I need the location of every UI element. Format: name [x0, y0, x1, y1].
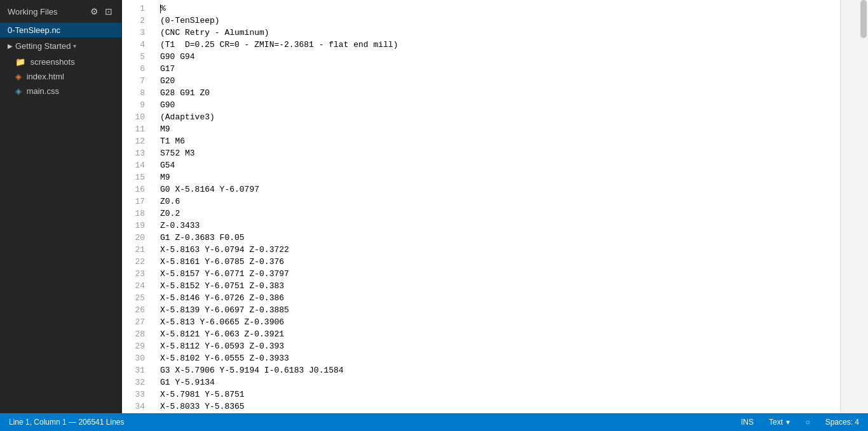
line-number-31: 31 — [122, 364, 150, 376]
line-number-24: 24 — [122, 280, 150, 292]
code-line-7: G20 — [160, 75, 868, 87]
line-number-17: 17 — [122, 196, 150, 208]
sidebar: Working Files ⚙ ⊡ 0-TenSleep.nc ▶ Gettin… — [0, 0, 122, 431]
line-number-13: 13 — [122, 147, 150, 159]
scrollbar-thumb[interactable] — [860, 0, 867, 38]
sidebar-item-screenshots[interactable]: 📁 screenshots — [0, 55, 121, 69]
code-line-5: G90 G94 — [160, 51, 868, 63]
status-bar-left: Line 1, Column 1 — 206541 Lines — [6, 418, 127, 427]
code-line-25: X-5.8152 Y-6.0751 Z-0.383 — [160, 280, 868, 292]
section-chevron-icon: ▾ — [73, 43, 76, 50]
line-number-7: 7 — [122, 75, 150, 87]
code-line-13: T1 M6 — [160, 135, 868, 147]
code-line-8: G28 G91 Z0 — [160, 87, 868, 99]
code-line-28: X-5.813 Y-6.0665 Z-0.3906 — [160, 316, 868, 328]
line-number-33: 33 — [122, 388, 150, 401]
line-number-25: 25 — [122, 292, 150, 304]
line-number-4: 4 — [122, 39, 150, 51]
code-content[interactable]: %(0-TenSleep)(CNC Retry - Aluminum)(T1 D… — [150, 0, 868, 413]
line-number-9: 9 — [122, 99, 150, 111]
code-line-30: X-5.8112 Y-6.0593 Z-0.393 — [160, 340, 868, 352]
code-line-1: % — [160, 3, 868, 15]
line-number-28: 28 — [122, 328, 150, 340]
line-number-34: 34 — [122, 401, 150, 413]
code-line-21: G1 Z-0.3683 F0.05 — [160, 232, 868, 244]
sidebar-title: Working Files — [8, 7, 58, 17]
code-line-17: G0 X-5.8164 Y-6.0797 — [160, 183, 868, 196]
code-line-12: M9 — [160, 123, 868, 135]
line-numbers: 1234567891011121314151617181920212223242… — [122, 0, 150, 413]
line-number-27: 27 — [122, 316, 150, 328]
line-number-22: 22 — [122, 256, 150, 268]
line-number-19: 19 — [122, 220, 150, 232]
status-spaces[interactable]: Spaces: 4 — [823, 418, 862, 427]
code-line-22: X-5.8163 Y-6.0794 Z-0.3722 — [160, 244, 868, 256]
line-number-26: 26 — [122, 304, 150, 316]
split-editor-icon[interactable]: ⊡ — [104, 6, 114, 17]
line-number-1: 1 — [122, 3, 150, 15]
line-number-5: 5 — [122, 51, 150, 63]
code-line-31: X-5.8102 Y-6.0555 Z-0.3933 — [160, 352, 868, 364]
line-number-11: 11 — [122, 123, 150, 135]
code-line-9: G90 — [160, 99, 868, 111]
editor-area: 1234567891011121314151617181920212223242… — [122, 0, 868, 413]
line-number-18: 18 — [122, 208, 150, 220]
code-line-34: X-5.7981 Y-5.8751 — [160, 388, 868, 401]
section-getting-started[interactable]: ▶ Getting Started ▾ — [0, 37, 121, 55]
code-line-35: X-5.8033 Y-5.8365 — [160, 401, 868, 413]
code-line-32: G3 X-5.7906 Y-5.9194 I-0.6183 J0.1584 — [160, 364, 868, 376]
code-line-33: G1 Y-5.9134 — [160, 376, 868, 388]
code-line-15: G54 — [160, 159, 868, 171]
line-number-15: 15 — [122, 171, 150, 183]
file-item-active[interactable]: 0-TenSleep.nc — [0, 23, 121, 37]
line-number-30: 30 — [122, 352, 150, 364]
code-line-16: M9 — [160, 171, 868, 183]
status-position[interactable]: Line 1, Column 1 — 206541 Lines — [6, 418, 127, 427]
line-number-21: 21 — [122, 244, 150, 256]
status-ins[interactable]: INS — [738, 418, 756, 427]
code-line-18: Z0.6 — [160, 196, 868, 208]
line-number-3: 3 — [122, 27, 150, 39]
line-number-12: 12 — [122, 135, 150, 147]
status-bar-right: INS Text ▾ ○ Spaces: 4 — [738, 418, 862, 427]
folder-icon: 📁 — [15, 57, 25, 67]
scrollbar-track[interactable] — [859, 0, 868, 413]
status-bar: Line 1, Column 1 — 206541 Lines INS Text… — [0, 413, 868, 431]
status-circle-icon[interactable]: ○ — [803, 418, 812, 427]
line-number-10: 10 — [122, 111, 150, 123]
file-icon: ◈ — [15, 72, 22, 81]
code-line-29: X-5.8121 Y-6.063 Z-0.3921 — [160, 328, 868, 340]
code-line-4: (T1 D=0.25 CR=0 - ZMIN=-2.3681 - flat en… — [160, 39, 868, 51]
sidebar-header-icons: ⚙ ⊡ — [89, 6, 114, 17]
line-number-14: 14 — [122, 159, 150, 171]
line-number-8: 8 — [122, 87, 150, 99]
sidebar-item-index-html[interactable]: ◈ index.html — [0, 69, 121, 84]
code-line-2: (0-TenSleep) — [160, 15, 868, 27]
code-editor[interactable]: 1234567891011121314151617181920212223242… — [122, 0, 868, 413]
code-line-23: X-5.8161 Y-6.0785 Z-0.376 — [160, 256, 868, 268]
code-line-26: X-5.8146 Y-6.0726 Z-0.386 — [160, 292, 868, 304]
line-number-23: 23 — [122, 268, 150, 280]
code-line-11: (Adaptive3) — [160, 111, 868, 123]
code-line-3: (CNC Retry - Aluminum) — [160, 27, 868, 39]
minimap — [840, 0, 859, 413]
code-line-27: X-5.8139 Y-6.0697 Z-0.3885 — [160, 304, 868, 316]
settings-icon[interactable]: ⚙ — [89, 6, 100, 17]
section-arrow-icon: ▶ — [8, 43, 13, 50]
cursor — [160, 4, 161, 13]
line-number-29: 29 — [122, 340, 150, 352]
file-icon-css: ◈ — [15, 86, 22, 96]
sidebar-item-main-css[interactable]: ◈ main.css — [0, 84, 121, 98]
line-number-32: 32 — [122, 376, 150, 388]
code-line-24: X-5.8157 Y-6.0771 Z-0.3797 — [160, 268, 868, 280]
code-line-19: Z0.2 — [160, 208, 868, 220]
code-line-20: Z-0.3433 — [160, 220, 868, 232]
code-line-14: S752 M3 — [160, 147, 868, 159]
code-line-6: G17 — [160, 63, 868, 75]
line-number-2: 2 — [122, 15, 150, 27]
status-text-mode[interactable]: Text ▾ — [766, 418, 792, 427]
line-number-20: 20 — [122, 232, 150, 244]
sidebar-header: Working Files ⚙ ⊡ — [0, 0, 121, 23]
line-number-6: 6 — [122, 63, 150, 75]
line-number-16: 16 — [122, 183, 150, 196]
